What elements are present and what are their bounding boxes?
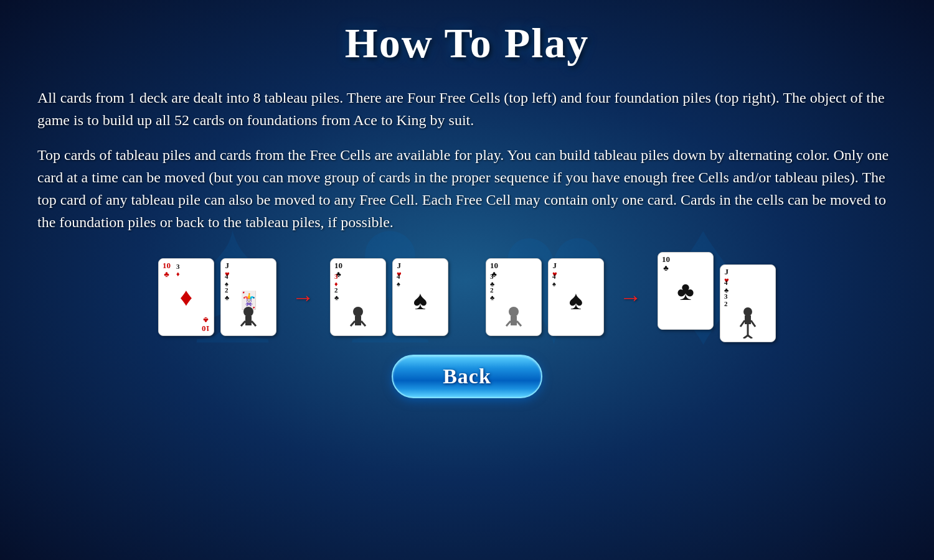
back-button[interactable]: Back (392, 355, 542, 398)
svg-point-12 (743, 307, 752, 316)
svg-line-18 (748, 335, 752, 338)
card-10-diamond: 10 ♣ ♦ 10 ♣ 3 ♦ (158, 258, 214, 336)
svg-line-11 (517, 321, 521, 326)
card-10-final: 10 ♣ ♣ (658, 252, 714, 330)
svg-rect-13 (745, 315, 751, 324)
svg-line-10 (506, 321, 511, 326)
demo-group-1: 10 ♣ ♦ 10 ♣ 3 ♦ J ♥ 4♠ 2♣ 🃏 (158, 258, 276, 336)
svg-line-6 (351, 321, 355, 326)
paragraph-2: Top cards of tableau piles and cards fro… (37, 144, 897, 233)
arrow-2: → (620, 284, 642, 310)
svg-point-8 (509, 307, 519, 317)
paragraph-1: All cards from 1 deck are dealt into 8 t… (37, 86, 897, 131)
svg-line-15 (751, 320, 755, 327)
svg-rect-9 (511, 316, 517, 325)
card-10-club-3: 10 ♣ 3♣ 2♣ (486, 258, 542, 336)
svg-rect-1 (245, 316, 252, 325)
card-demo: 10 ♣ ♦ 10 ♣ 3 ♦ J ♥ 4♠ 2♣ 🃏 (158, 252, 776, 342)
svg-point-4 (353, 307, 363, 317)
card-j-heart: J ♥ 4♠ 2♣ 🃏 (220, 258, 276, 336)
svg-line-3 (252, 321, 256, 326)
demo-group-2: 10 ♣ 3♦ 2♣ J ♥ 4♠ ♠ (330, 258, 448, 336)
page-container: How To Play All cards from 1 deck are de… (0, 0, 934, 560)
arrow-1: → (292, 284, 314, 310)
svg-rect-5 (355, 316, 361, 325)
demo-group-4: 10 ♣ ♣ J ♥ 4♣ 32 (658, 252, 776, 342)
page-title: How To Play (345, 19, 589, 68)
svg-line-17 (743, 335, 748, 338)
card-j-spade-1: J ♥ 4♠ ♠ (392, 258, 448, 336)
svg-line-7 (361, 321, 366, 326)
card-j-spade-2: J ♥ 4♠ ♠ (548, 258, 604, 336)
svg-point-0 (243, 307, 253, 317)
demo-group-3: 10 ♣ 3♣ 2♣ J ♥ 4♠ ♠ (486, 258, 604, 336)
svg-line-14 (740, 320, 745, 327)
card-j-final: J ♥ 4♣ 32 (720, 264, 776, 342)
svg-line-2 (241, 321, 245, 326)
card-10-club-2: 10 ♣ 3♦ 2♣ (330, 258, 386, 336)
